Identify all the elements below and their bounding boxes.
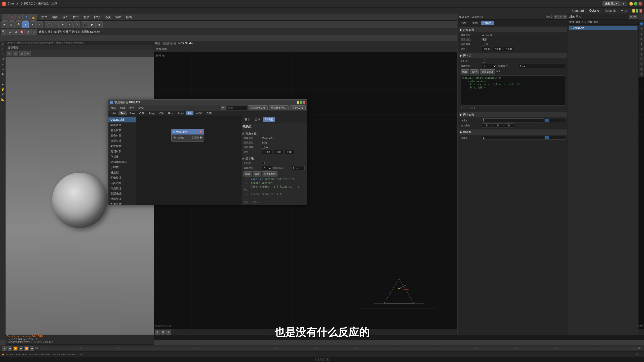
ne-minimize[interactable]: ─ (297, 101, 299, 104)
ne-search-icon[interactable]: 🔍 (221, 106, 226, 110)
ne-si-sub[interactable]: 子材质 (108, 165, 136, 170)
ne-menu-help[interactable]: 帮助 (137, 106, 145, 110)
ne-get-tag-btn[interactable]: 获取标签/对... (269, 105, 289, 110)
menu-help[interactable]: 帮助 (113, 15, 123, 20)
oc-icon-2[interactable]: ● (639, 27, 643, 31)
vp-tb-4[interactable]: ⚙ (25, 51, 31, 56)
vp-right-tab-1[interactable]: 构图 (155, 41, 160, 45)
menu-icon-1[interactable]: ☰ (2, 14, 9, 21)
ls-btn-sculpt[interactable]: 🖐 (1, 87, 5, 92)
oc-icon-3[interactable]: S (639, 32, 643, 36)
ls-btn-select[interactable]: ↗ (1, 42, 5, 46)
main-close[interactable]: ✕ (639, 9, 642, 13)
props-tab-codegroup[interactable]: 代码组 (263, 117, 275, 122)
menu-material[interactable]: 材质 (82, 15, 92, 20)
main-minimize[interactable]: ─ (632, 9, 635, 13)
global-link[interactable]: Glo (496, 69, 500, 74)
ne-si-imgtile[interactable]: 图像平铺 (108, 202, 136, 205)
tb-grid[interactable]: ⊞ (1, 21, 8, 28)
radius-input[interactable] (482, 118, 544, 122)
attr-sub-bookmark[interactable]: 书签 (593, 20, 598, 24)
tb-undo[interactable]: ↺ (45, 21, 52, 28)
tb-axis[interactable]: ✛ (15, 21, 22, 28)
vp-tb-3[interactable]: ◎ (19, 51, 25, 56)
ne-tab-mat[interactable]: Mat (109, 111, 118, 115)
oc-icon-5[interactable]: ◈ (639, 42, 643, 46)
ls-btn-poly[interactable]: ⬟ (1, 72, 5, 76)
ne-menu-view[interactable]: 视图 (128, 106, 136, 110)
tb-move[interactable]: ⊕ (59, 21, 66, 28)
renderer-redshift[interactable]: Redshift (603, 9, 618, 13)
vp-btb-1[interactable]: ⊞ (155, 330, 160, 335)
tb-render[interactable]: ▶ (89, 21, 96, 28)
tb-scale[interactable]: ⤡ (66, 21, 73, 28)
boundary-x[interactable] (482, 47, 492, 51)
vp-right-tab-3[interactable]: HDR Studio (178, 42, 193, 45)
ne-si-imgtex[interactable]: 图像纹理 (108, 175, 136, 180)
close-button[interactable]: ✕ (638, 2, 642, 6)
props-bnd-z[interactable] (284, 150, 294, 154)
props-reset-btn[interactable]: 重置&翻译 (262, 171, 277, 176)
doc-tab-new[interactable]: + (620, 2, 627, 6)
menu2-material[interactable]: 材质 (45, 30, 51, 34)
oc-icon-6[interactable]: ⊞ (639, 47, 643, 51)
oc-icon-9[interactable]: T (639, 62, 643, 66)
menu-icon-lock[interactable]: 🔒 (30, 14, 37, 21)
radius2-slider[interactable] (545, 136, 565, 140)
tb-snap[interactable]: ◎ (8, 21, 15, 28)
st-btn-5[interactable]: ⚙ (25, 29, 31, 35)
ne-si-matlayer[interactable]: 材质层 (108, 170, 136, 175)
cp-tab-attr[interactable]: 属性 (459, 21, 469, 25)
ne-si-layer[interactable]: 分层材质 (108, 138, 136, 144)
props-stype-sel[interactable]: \ (262, 166, 272, 170)
ne-titlebar[interactable]: 节点编辑器 RRQ-DS ─ □ ✕ (108, 100, 307, 105)
tl-rewind[interactable]: ⏮ (8, 346, 12, 351)
menu-interface[interactable]: 界面 (124, 15, 134, 20)
script-header[interactable]: ▶ 脚本组 (459, 53, 567, 58)
node-close-btn[interactable]: ✕ (199, 130, 202, 133)
oc-icon-7[interactable]: ● (639, 52, 643, 56)
attr-tab-object[interactable]: 对象 (569, 15, 575, 19)
ne-tab-ems[interactable]: Ems (166, 111, 176, 115)
ne-si-octane[interactable]: Octane材质 (108, 117, 136, 122)
tl-play[interactable]: ▶ (19, 346, 23, 351)
menu-file[interactable]: 文件 (39, 15, 49, 20)
ne-maximize[interactable]: □ (300, 101, 302, 104)
tb-line[interactable]: ╱ (36, 21, 43, 28)
script-preset-input[interactable] (519, 64, 565, 68)
vp-tb-2[interactable]: 📷 (13, 51, 18, 56)
ne-menu-edit[interactable]: 编辑 (109, 106, 118, 110)
node-card-header[interactable]: Vectron® ✕ (172, 129, 204, 134)
menu-icon-y[interactable]: Y (16, 14, 23, 21)
menu-options[interactable]: 选项 (103, 15, 113, 20)
script-type-select[interactable]: \ (482, 64, 497, 68)
props-ext-cb[interactable] (262, 162, 265, 164)
st-btn-1[interactable]: 🔍 (1, 29, 7, 35)
menu2-build[interactable]: 建模 (39, 30, 45, 34)
radius-slider[interactable] (545, 119, 565, 122)
ne-tab-oth[interactable]: Oth (157, 111, 166, 115)
btn-reset-translate[interactable]: 重置&翻译 (480, 69, 495, 74)
ne-si-bake[interactable]: 烘焙纹理 (108, 196, 136, 202)
menu-icon-z[interactable]: Z (23, 14, 30, 21)
ne-tab-map[interactable]: Map (147, 111, 156, 115)
menu-mode[interactable]: 模式 (71, 15, 81, 20)
timeline-track[interactable]: 2 4 6 8 10 12 14 16 18 20 22 24 26 28 30… (40, 347, 637, 350)
cp-tb-3[interactable]: ⊞ (563, 15, 567, 19)
renderer-standard[interactable]: Standard (570, 9, 586, 13)
translate-y[interactable] (493, 123, 503, 127)
ne-get-mat-btn[interactable]: 获取激活材质 (248, 105, 268, 110)
st-btn-2[interactable]: ⊞ (7, 29, 13, 35)
ls-btn-brush[interactable]: 🖌 (1, 92, 5, 97)
menu-icon-x[interactable]: X (9, 14, 16, 21)
props-spreset-input[interactable] (292, 166, 305, 170)
ne-tab-gen[interactable]: Gen (127, 111, 137, 115)
ls-btn-move[interactable]: ✛ (1, 47, 5, 51)
ne-si-clip[interactable]: 剪切材质 (108, 149, 136, 154)
maximize-button[interactable]: □ (634, 2, 637, 6)
oc-icon-11[interactable]: ⚙ (639, 72, 643, 76)
ne-si-hair[interactable]: 毛发材质 (108, 144, 136, 149)
tl-prev[interactable]: ⬧ (2, 346, 7, 351)
tb-rotate[interactable]: ↻ (73, 21, 80, 28)
attr-tb-1[interactable]: ⊞ (629, 15, 633, 19)
